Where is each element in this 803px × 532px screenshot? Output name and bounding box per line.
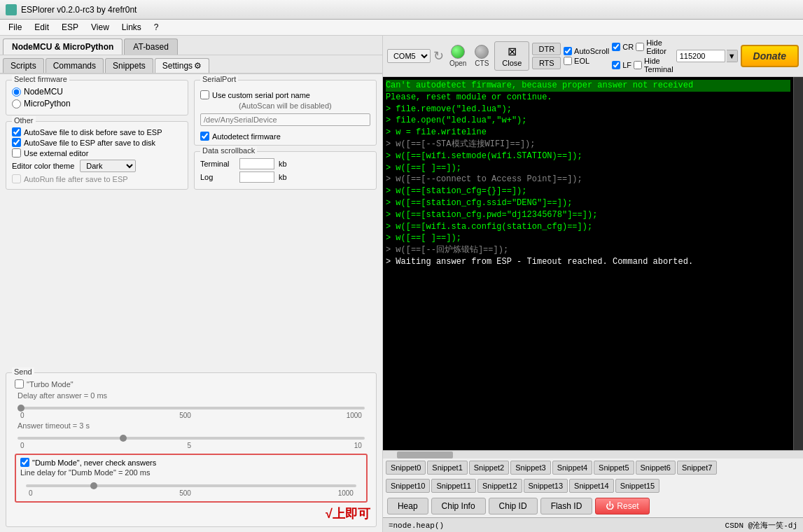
donate-button[interactable]: Donate bbox=[741, 45, 799, 67]
menu-view[interactable]: View bbox=[85, 21, 115, 34]
bottom-button-chip-info[interactable]: Chip Info bbox=[431, 498, 486, 514]
terminal-area[interactable]: Can't autodetect firmware, because prope… bbox=[383, 77, 793, 450]
log-unit: kb bbox=[279, 173, 287, 181]
dumb-mode-label: "Dumb Mode", never check answers bbox=[32, 458, 156, 467]
autodetect-row: Autodetect firmware bbox=[200, 132, 370, 141]
snippet-button[interactable]: Snippet3 bbox=[510, 461, 550, 475]
dumb-mode-checkbox[interactable] bbox=[20, 458, 29, 467]
autorun-checkbox[interactable] bbox=[12, 174, 21, 183]
snippet-button[interactable]: Snippet13 bbox=[524, 479, 568, 493]
autorun-row: AutoRun file after save to ESP bbox=[12, 174, 182, 183]
hide-terminal-checkbox[interactable] bbox=[634, 61, 642, 69]
snippet-button[interactable]: Snippet1 bbox=[427, 461, 467, 475]
slider3-min: 0 bbox=[29, 489, 33, 497]
autoscroll-checkbox[interactable] bbox=[564, 47, 572, 55]
snippet-button[interactable]: Snippet10 bbox=[386, 479, 431, 493]
baud-rate-input[interactable]: 115200 bbox=[676, 50, 725, 62]
log-scrollback-row: Log 10 kb bbox=[200, 172, 370, 183]
serial-section: SerialPort Use custom serial port name (… bbox=[194, 80, 377, 146]
snippet-button[interactable]: Snippet14 bbox=[569, 479, 614, 493]
menu-help[interactable]: ? bbox=[148, 21, 165, 34]
scrollback-section: Data scrollback Terminal 100 kb Log 10 k… bbox=[194, 151, 377, 190]
reset-button[interactable]: ⏻ Reset bbox=[595, 498, 649, 514]
left-panel: NodeMCU & MicroPython AT-based Scripts C… bbox=[0, 36, 383, 532]
hide-editor-checkbox[interactable] bbox=[636, 43, 644, 51]
tab-settings[interactable]: Settings ⚙ bbox=[155, 58, 209, 73]
snippet-button[interactable]: Snippet2 bbox=[469, 461, 509, 475]
baud-group: 115200 ▼ bbox=[676, 50, 738, 62]
terminal-hscrollbar[interactable] bbox=[383, 450, 803, 458]
baud-dropdown-button[interactable]: ▼ bbox=[727, 50, 738, 62]
log-scrollback-input[interactable]: 10 bbox=[239, 172, 274, 183]
autoscan-note: (AutoScan will be disabled) bbox=[200, 101, 370, 111]
serial-path-input[interactable] bbox=[200, 113, 370, 126]
menu-links[interactable]: Links bbox=[116, 21, 147, 34]
timeout-slider[interactable] bbox=[18, 437, 365, 440]
eol-checkbox[interactable] bbox=[564, 57, 572, 65]
terminal-unit: kb bbox=[279, 160, 287, 168]
delay-slider[interactable] bbox=[18, 407, 365, 410]
lf-label: LF bbox=[622, 61, 631, 69]
tab-scripts[interactable]: Scripts bbox=[3, 58, 44, 73]
eol-label: EOL bbox=[574, 57, 589, 65]
bottom-button-flash-id[interactable]: Flash ID bbox=[540, 498, 593, 514]
menu-bar: File Edit ESP View Links ? bbox=[0, 20, 803, 36]
editor-theme-row: Editor color theme Dark Light bbox=[12, 160, 182, 172]
dumb-slider[interactable] bbox=[26, 484, 356, 487]
tab-snippets[interactable]: Snippets bbox=[105, 58, 153, 73]
slider1-mid: 500 bbox=[179, 412, 191, 419]
snippet-button[interactable]: Snippet0 bbox=[386, 461, 426, 475]
menu-file[interactable]: File bbox=[3, 21, 27, 34]
cr-lf-checkboxes: CR Hide Editor LF Hide Terminal bbox=[612, 38, 673, 74]
settings-icon: ⚙ bbox=[194, 61, 202, 71]
slider2-max: 10 bbox=[354, 442, 362, 449]
open-button[interactable]: Open bbox=[447, 43, 469, 69]
terminal-vscrollbar[interactable] bbox=[793, 77, 803, 450]
lf-checkbox[interactable] bbox=[612, 61, 620, 69]
firmware-nodemcu-label: NodeMCU bbox=[24, 87, 63, 97]
tab-nodemcu[interactable]: NodeMCU & MicroPython bbox=[3, 38, 123, 55]
snippet-button[interactable]: Snippet11 bbox=[431, 479, 476, 493]
autodetect-checkbox[interactable] bbox=[200, 132, 209, 141]
bottom-button-heap[interactable]: Heap bbox=[387, 498, 428, 514]
com-port-select[interactable]: COM5 bbox=[387, 49, 431, 63]
close-button[interactable]: ⊠ Close bbox=[494, 41, 529, 71]
autosave-disk-checkbox[interactable] bbox=[12, 127, 21, 136]
snippet-button[interactable]: Snippet7 bbox=[677, 461, 717, 475]
menu-edit[interactable]: Edit bbox=[29, 21, 55, 34]
hide-editor-label: Hide Editor bbox=[646, 38, 673, 55]
snippet-button[interactable]: Snippet5 bbox=[594, 461, 634, 475]
custom-serial-checkbox[interactable] bbox=[200, 90, 209, 99]
slider2-mid: 5 bbox=[187, 442, 191, 449]
hscroll-thumb[interactable] bbox=[397, 451, 453, 458]
external-editor-checkbox[interactable] bbox=[12, 148, 21, 158]
dtr-button[interactable]: DTR bbox=[532, 43, 561, 55]
cr-checkbox[interactable] bbox=[612, 43, 620, 51]
terminal-scrollback-row: Terminal 100 kb bbox=[200, 158, 370, 169]
snippet-button[interactable]: Snippet15 bbox=[615, 479, 660, 493]
terminal-scrollback-input[interactable]: 100 bbox=[239, 158, 274, 169]
autosave-esp-checkbox[interactable] bbox=[12, 138, 21, 147]
firmware-nodemcu-radio[interactable] bbox=[12, 88, 21, 97]
snippet-button[interactable]: Snippet4 bbox=[552, 461, 592, 475]
refresh-icon[interactable]: ↻ bbox=[433, 48, 444, 64]
bottom-buttons: HeapChip InfoChip IDFlash ID⏻ Reset bbox=[383, 495, 803, 517]
snippet-button[interactable]: Snippet12 bbox=[477, 479, 522, 493]
tab-commands[interactable]: Commands bbox=[46, 58, 104, 73]
open-label: Open bbox=[449, 59, 466, 67]
tab-atbased[interactable]: AT-based bbox=[124, 38, 177, 55]
terminal-container: Can't autodetect firmware, because prope… bbox=[383, 77, 803, 450]
bottom-button-chip-id[interactable]: Chip ID bbox=[489, 498, 538, 514]
slider3-max: 1000 bbox=[338, 489, 354, 497]
firmware-micropython-label: MicroPython bbox=[24, 99, 71, 108]
autoscroll-label: AutoScroll bbox=[574, 47, 609, 55]
firmware-micropython-radio[interactable] bbox=[12, 99, 21, 108]
menu-esp[interactable]: ESP bbox=[56, 21, 84, 34]
cts-label: CTS bbox=[475, 59, 489, 67]
turbo-mode-checkbox[interactable] bbox=[15, 379, 24, 388]
rts-button[interactable]: RTS bbox=[532, 57, 561, 69]
snippet-button[interactable]: Snippet6 bbox=[636, 461, 676, 475]
editor-theme-select[interactable]: Dark Light bbox=[80, 160, 136, 172]
snippet-row-1: Snippet0Snippet1Snippet2Snippet3Snippet4… bbox=[383, 458, 803, 477]
cts-button[interactable]: CTS bbox=[472, 43, 491, 69]
